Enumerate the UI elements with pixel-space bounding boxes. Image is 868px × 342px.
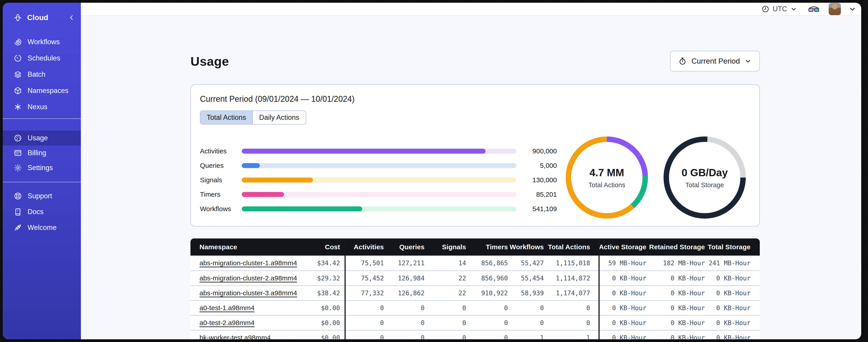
bar-value: 5,000 bbox=[516, 162, 557, 169]
timers-cell: 0 bbox=[466, 319, 508, 327]
column-header-total-storage: Total Storage bbox=[705, 243, 750, 251]
bar-track bbox=[242, 149, 516, 153]
sidebar-item-billing[interactable]: Billing bbox=[3, 145, 81, 161]
bar-label: Activities bbox=[200, 147, 242, 155]
column-header-workflows: Workflows bbox=[508, 243, 544, 251]
clock-icon bbox=[762, 5, 770, 13]
bar-row-activities: Activities 900,000 bbox=[200, 144, 566, 158]
main-area: UTC Usag bbox=[81, 3, 861, 339]
bar-fill bbox=[242, 149, 486, 153]
schedules-icon bbox=[13, 54, 22, 63]
total-storage-cell: 0 KB-Hour bbox=[705, 275, 750, 282]
billing-card-icon bbox=[13, 149, 22, 157]
cost-cell: $34.42 bbox=[303, 260, 340, 267]
total-actions-cell: 1,114,872 bbox=[544, 275, 590, 282]
queries-cell: 0 bbox=[384, 334, 425, 340]
sidebar-item-settings[interactable]: Settings bbox=[3, 161, 81, 175]
timezone-picker[interactable]: UTC bbox=[762, 5, 797, 13]
bar-track bbox=[242, 177, 516, 182]
total-storage-cell: 0 KB-Hour bbox=[705, 304, 750, 312]
column-header-namespace: Namespace bbox=[190, 243, 303, 251]
queries-cell: 126,862 bbox=[384, 289, 425, 297]
namespace-link[interactable]: a0-test-2.a98mm4 bbox=[199, 319, 254, 327]
bar-track bbox=[242, 163, 516, 168]
collapse-sidebar-icon[interactable] bbox=[68, 14, 75, 21]
timezone-label: UTC bbox=[773, 5, 787, 13]
namespace-link[interactable]: abs-migration-cluster-2.a98mm4 bbox=[199, 274, 297, 282]
column-header-signals: Signals bbox=[425, 243, 466, 251]
total-storage-cell: 0 KB-Hour bbox=[705, 334, 750, 340]
sidebar-item-schedules[interactable]: Schedules bbox=[3, 50, 81, 66]
donut-value: 0 GB/Day bbox=[682, 167, 728, 179]
incognito-glasses-icon[interactable] bbox=[808, 5, 820, 13]
namespace-link[interactable]: a0-test-1.a98mm4 bbox=[199, 304, 254, 312]
actions-tab-group: Total Actions Daily Actions bbox=[200, 110, 306, 125]
timers-cell: 856,960 bbox=[466, 275, 508, 282]
bar-label: Signals bbox=[200, 176, 242, 184]
sidebar-item-welcome[interactable]: Welcome bbox=[3, 220, 81, 236]
activities-cell: 75,501 bbox=[340, 260, 384, 267]
sidebar-item-label: Usage bbox=[28, 134, 48, 142]
donut-label: Total Actions bbox=[589, 181, 625, 189]
table-row: a0-test-2.a98mm4 $0.00 0 0 0 0 0 0 0 KB-… bbox=[190, 315, 760, 330]
bar-value: 900,000 bbox=[516, 147, 557, 155]
sidebar-brand[interactable]: Cloud bbox=[3, 10, 81, 25]
retained-storage-cell: 0 KB-Hour bbox=[646, 334, 705, 340]
sidebar-item-support[interactable]: Support bbox=[3, 188, 81, 204]
bar-track bbox=[242, 206, 516, 211]
workflows-cell: 0 bbox=[508, 304, 544, 312]
period-select-button[interactable]: Current Period bbox=[670, 51, 760, 71]
signals-cell: 22 bbox=[425, 275, 466, 282]
total-storage-donut: 0 GB/Day Total Storage bbox=[663, 136, 746, 218]
temporal-cloud-icon bbox=[13, 13, 22, 22]
sidebar-item-workflows[interactable]: Workflows bbox=[3, 34, 81, 50]
table-row: abs-migration-cluster-2.a98mm4 $29.32 75… bbox=[190, 271, 760, 285]
user-avatar[interactable] bbox=[829, 3, 841, 15]
cost-cell: $0.00 bbox=[303, 319, 340, 327]
cost-cell: $0.00 bbox=[303, 304, 340, 312]
namespace-link[interactable]: abs-migration-cluster-3.a98mm4 bbox=[199, 289, 297, 297]
tab-daily-actions[interactable]: Daily Actions bbox=[252, 111, 305, 124]
table-section-divider bbox=[598, 238, 599, 339]
timers-cell: 856,865 bbox=[466, 260, 508, 267]
signals-cell: 0 bbox=[425, 334, 466, 340]
tab-total-actions[interactable]: Total Actions bbox=[200, 111, 252, 124]
sidebar-item-batch[interactable]: Batch bbox=[3, 66, 81, 82]
cube-icon bbox=[13, 87, 22, 95]
bar-row-workflows: Workflows 541,109 bbox=[200, 202, 566, 216]
total-actions-cell: 1 bbox=[544, 334, 590, 340]
namespace-link[interactable]: abs-migration-cluster-1.a98mm4 bbox=[199, 259, 297, 267]
table-section-divider bbox=[344, 238, 346, 339]
queries-cell: 127,211 bbox=[384, 260, 425, 267]
app-window: Cloud Workflows bbox=[3, 3, 861, 339]
sidebar-item-label: Settings bbox=[28, 164, 53, 172]
timers-cell: 0 bbox=[466, 304, 508, 312]
namespace-usage-table: Namespace Cost Activities Queries Signal… bbox=[190, 238, 760, 339]
sidebar-item-label: Nexus bbox=[28, 103, 48, 111]
total-actions-cell: 0 bbox=[544, 304, 590, 312]
total-actions-cell: 1,174,077 bbox=[544, 289, 590, 297]
sidebar-item-namespaces[interactable]: Namespaces bbox=[3, 82, 81, 99]
account-menu-chevron-icon[interactable] bbox=[848, 5, 856, 13]
total-storage-cell: 241 MB-Hour bbox=[705, 260, 750, 267]
sidebar-item-usage[interactable]: Usage bbox=[3, 131, 81, 145]
table-row: abs-migration-cluster-3.a98mm4 $38.42 77… bbox=[190, 285, 760, 300]
sidebar-item-label: Workflows bbox=[28, 38, 60, 46]
namespace-link[interactable]: bk-worker-test.a98mm4 bbox=[199, 334, 271, 339]
sidebar-item-label: Namespaces bbox=[28, 87, 68, 95]
donut-value: 4.7 MM bbox=[589, 167, 625, 179]
column-header-activities: Activities bbox=[340, 243, 384, 251]
cost-cell: $38.42 bbox=[303, 289, 340, 297]
sidebar-item-docs[interactable]: Docs bbox=[3, 204, 81, 220]
desktop-background: Cloud Workflows bbox=[0, 0, 868, 342]
workflows-cell: 1 bbox=[508, 334, 544, 340]
page-head: Usage Current Period bbox=[190, 51, 760, 71]
sidebar-item-label: Support bbox=[28, 192, 52, 200]
sidebar-item-nexus[interactable]: Nexus bbox=[3, 99, 81, 115]
sidebar-item-label: Billing bbox=[28, 149, 46, 157]
activities-cell: 0 bbox=[340, 319, 384, 327]
bar-value: 541,109 bbox=[516, 205, 557, 213]
chevron-down-icon bbox=[790, 6, 797, 12]
retained-storage-cell: 0 KB-Hour bbox=[646, 275, 705, 282]
layers-icon bbox=[13, 70, 22, 79]
